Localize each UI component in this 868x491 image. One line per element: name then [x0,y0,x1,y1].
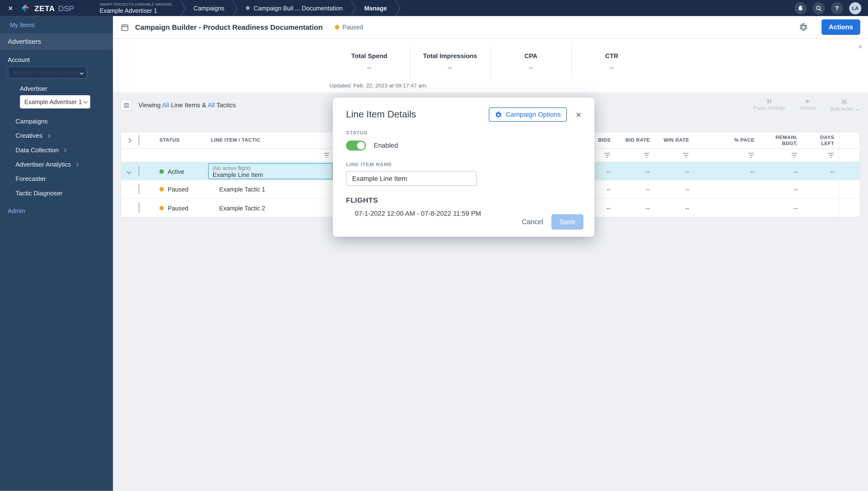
avatar[interactable]: LA [849,2,861,14]
filter-line-item-icon[interactable] [207,153,335,158]
notifications-button[interactable] [794,2,807,14]
account-select-value: SMART Projects (Variable M... [12,69,78,76]
bell-icon [797,4,804,11]
all-tactics-link[interactable]: All [207,102,214,109]
bulk-action-label: Bulk Action [831,106,854,112]
all-line-items-link[interactable]: All [162,102,169,109]
breadcrumb-manage[interactable]: Manage [356,5,395,11]
column-settings-button[interactable] [121,99,132,111]
settings-button[interactable] [799,23,808,32]
expand-all-chevron-icon[interactable] [121,139,137,142]
bulk-action-button[interactable]: Bulk Action [831,99,858,112]
close-icon[interactable]: × [3,4,18,12]
column-header-win-rate[interactable]: WIN RATE [655,137,694,143]
column-header-days-left[interactable]: DAYS LEFT [802,134,839,146]
row-checkbox[interactable] [138,202,140,212]
line-item-name-cell[interactable]: (No active flight) Example Line Item [207,162,335,180]
status-toggle[interactable] [346,141,366,151]
sidebar-item-creatives[interactable]: Creatives [0,128,113,143]
cell-win-rate: -- [655,186,694,193]
select-all-checkbox[interactable] [138,135,140,145]
status-value-label: Enabled [374,142,398,149]
save-button[interactable]: Save [551,214,583,230]
modal-title: Line Item Details [346,109,416,120]
paused-status-dot-icon [160,206,164,210]
sidebar-item-advertisers[interactable]: Advertisers [0,33,113,50]
collapse-row-chevron-icon[interactable] [121,170,137,173]
advertiser-select[interactable]: Example Advertiser 1 [20,95,90,109]
sidebar-item-data-collection[interactable]: Data Collection [0,143,113,157]
cell-bid-rate: -- [615,205,654,211]
chevron-down-icon [80,71,84,75]
sidebar-item-my-items[interactable]: My Items [0,16,113,33]
sidebar-item-label: Advertiser Analytics [16,161,71,168]
dismiss-stats-icon[interactable]: × [858,42,862,51]
sidebar-item-tactic-diagnoser[interactable]: Tactic Diagnoser [0,186,113,200]
columns-icon [123,102,129,108]
breadcrumb-campaign[interactable]: Campaign Buil ... Documentation [238,5,350,11]
row-checkbox[interactable] [138,184,140,194]
breadcrumb-manage-label: Manage [364,5,387,11]
sidebar-item-admin[interactable]: Admin [0,202,113,220]
chevron-right-icon [75,163,79,166]
sidebar: My Items Advertisers Account SMART Proje… [0,16,113,491]
close-icon[interactable]: × [576,110,581,119]
sidebar-item-campaigns[interactable]: Campaigns [0,114,113,128]
filter-win-rate-icon[interactable] [655,153,694,158]
metric-total-spend: Total Spend -- [329,45,409,79]
activate-button[interactable]: Activate [800,99,816,110]
filter-days-left-icon[interactable] [802,153,839,158]
help-button[interactable]: ? [831,2,843,14]
row-checkbox[interactable] [138,166,140,176]
search-button[interactable] [813,2,824,14]
cell-remaining-budget: -- [759,186,802,193]
account-select[interactable]: SMART Projects (Variable M... [8,66,87,79]
column-header-remaining-budget[interactable]: REMAIN. BDGT. [759,134,802,146]
toggle-knob [357,142,365,149]
chevron-right-icon [62,148,66,152]
brand-zeta: ZETA [34,4,55,12]
filter-remaining-budget-icon[interactable] [759,153,802,158]
column-header-line-item-tactic[interactable]: LINE ITEM / TACTIC [207,137,335,143]
line-item-name-input[interactable] [346,171,476,186]
app-window: × ZETA DSP SMART PROJECTS (VARIABLE MARG… [0,0,868,491]
line-item-name: Example Line Item [213,171,328,178]
sidebar-item-label: Tactic Diagnoser [16,190,62,196]
pause-settings-button[interactable]: Pause Settings [753,99,785,110]
filter-bid-rate-icon[interactable] [615,153,654,158]
pause-settings-label: Pause Settings [753,105,785,110]
sidebar-item-advertiser-analytics[interactable]: Advertiser Analytics [0,157,113,171]
cancel-button[interactable]: Cancel [522,218,543,226]
breadcrumb-campaigns-label: Campaigns [194,5,224,11]
filter-pace-icon[interactable] [694,153,759,158]
breadcrumb: SMART PROJECTS (VARIABLE MARGIN) Example… [92,0,401,16]
line-item-name-label: LINE ITEM NAME [346,162,581,167]
metric-ctr: CTR -- [571,45,652,79]
metric-total-impressions: Total Impressions -- [409,45,490,79]
breadcrumb-separator-icon [395,0,401,16]
sidebar-item-label: Campaigns [16,118,48,124]
tactic-name-cell[interactable]: Example Tactic 2 [207,205,335,211]
tactic-name-cell[interactable]: Example Tactic 1 [207,186,335,193]
page-header: Campaign Builder - Product Readiness Doc… [113,16,868,39]
gear-icon [495,111,502,118]
selected-line-item-cell[interactable]: (No active flight) Example Line Item [208,163,332,179]
campaign-options-label: Campaign Options [506,111,561,118]
cell-win-rate: -- [655,168,694,175]
metric-value: -- [610,64,614,71]
cell-bid-rate: -- [615,186,654,193]
campaign-options-button[interactable]: Campaign Options [489,107,567,121]
paused-status-dot-icon [160,187,164,192]
cell-days-left: -- [802,168,839,175]
cell-win-rate: -- [655,205,694,211]
sidebar-item-forecaster[interactable]: Forecaster [0,172,113,186]
column-header-status[interactable]: STATUS [151,137,207,143]
page-title: Campaign Builder - Product Readiness Doc… [135,23,323,31]
breadcrumb-account-label: SMART PROJECTS (VARIABLE MARGIN) [99,2,172,6]
breadcrumb-advertiser[interactable]: SMART PROJECTS (VARIABLE MARGIN) Example… [92,2,180,14]
breadcrumb-advertiser-label: Example Advertiser 1 [99,7,157,14]
column-header-pace[interactable]: % PACE [694,137,759,143]
column-header-bid-rate[interactable]: BID RATE [615,137,654,143]
breadcrumb-campaigns[interactable]: Campaigns [186,5,232,11]
actions-button[interactable]: Actions [821,19,860,35]
